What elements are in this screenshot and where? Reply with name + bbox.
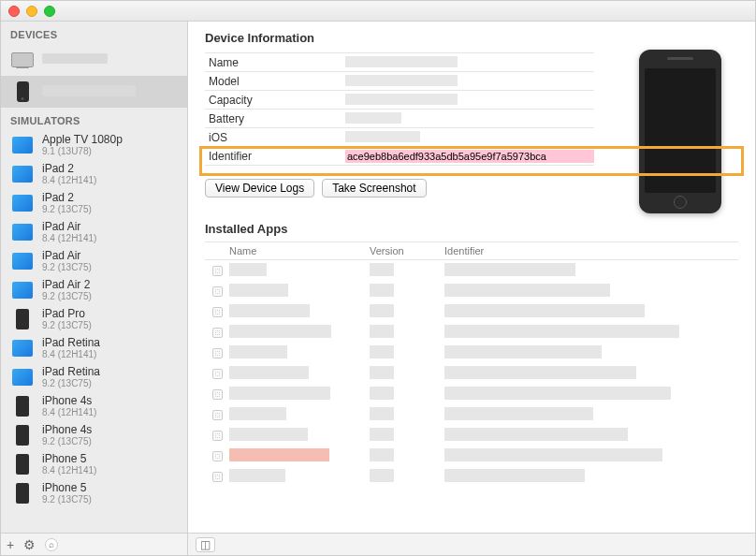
simulator-name: iPad 2: [42, 162, 178, 175]
app-row[interactable]: [205, 260, 738, 281]
app-row[interactable]: [205, 446, 738, 466]
apps-header-identifier[interactable]: Identifier: [444, 245, 738, 256]
simulator-item[interactable]: iPhone 58.4 (12H141): [1, 449, 187, 478]
info-value-blurred: [345, 75, 458, 86]
app-icon-placeholder: [212, 451, 223, 461]
device-blue-icon: [12, 369, 33, 386]
app-identifier-blurred: [444, 263, 575, 276]
device-blue-icon: [12, 195, 33, 212]
sidebar: DEVICES SIMULATORS Apple TV 1080p9.1 (13…: [1, 22, 188, 555]
app-identifier-blurred: [444, 407, 593, 420]
info-label-ios: iOS: [205, 131, 345, 144]
device-item-mac[interactable]: [1, 44, 187, 76]
simulator-name: iPhone 4s: [42, 423, 178, 436]
simulator-name: Apple TV 1080p: [42, 133, 178, 146]
take-screenshot-button[interactable]: Take Screenshot: [322, 179, 426, 198]
info-value-blurred: [345, 56, 458, 67]
simulator-version: 9.1 (13U78): [42, 146, 178, 156]
window-close-button[interactable]: [8, 6, 20, 17]
app-identifier-blurred: [444, 284, 610, 297]
app-version-blurred: [370, 345, 394, 358]
simulator-item[interactable]: iPad Air8.4 (12H141): [1, 217, 187, 246]
simulator-name: iPhone 4s: [42, 394, 178, 407]
app-row[interactable]: [205, 281, 738, 301]
window-titlebar[interactable]: [1, 1, 755, 22]
apps-header-version[interactable]: Version: [370, 245, 444, 256]
device-blue-icon: [12, 253, 33, 270]
app-version-blurred: [370, 469, 394, 482]
simulator-name: iPad Air: [42, 220, 178, 233]
simulator-item[interactable]: iPad 28.4 (12H141): [1, 159, 187, 188]
main-footer: ◫: [188, 533, 755, 555]
app-name-blurred: [229, 387, 330, 400]
app-icon-placeholder: [212, 348, 223, 358]
settings-gear-icon[interactable]: ⚙: [23, 537, 36, 552]
app-row[interactable]: [205, 404, 738, 425]
simulator-version: 8.4 (12H141): [42, 407, 178, 417]
simulator-item[interactable]: iPhone 4s8.4 (12H141): [1, 391, 187, 420]
info-label-model: Model: [205, 75, 345, 88]
simulator-item[interactable]: iPad Retina8.4 (12H141): [1, 333, 187, 362]
app-version-blurred: [370, 366, 394, 379]
app-name-blurred: [229, 263, 267, 276]
app-row[interactable]: [205, 425, 738, 446]
app-identifier-blurred: [444, 448, 662, 461]
simulator-item[interactable]: iPad Pro9.2 (13C75): [1, 304, 187, 333]
app-icon-placeholder: [212, 389, 223, 400]
app-identifier-blurred: [444, 325, 679, 338]
app-version-blurred: [370, 428, 394, 441]
simulator-name: iPad Pro: [42, 307, 178, 320]
sidebar-section-devices: DEVICES: [1, 22, 187, 44]
app-name-blurred: [229, 428, 308, 441]
device-name-blurred: [42, 53, 108, 64]
app-name-blurred: [229, 304, 310, 317]
app-icon-placeholder: [212, 410, 223, 420]
simulator-item[interactable]: Apple TV 1080p9.1 (13U78): [1, 130, 187, 159]
console-toggle-icon[interactable]: ◫: [196, 537, 215, 552]
app-row[interactable]: [205, 322, 738, 343]
app-icon-placeholder: [212, 431, 223, 441]
simulator-item[interactable]: iPhone 4s9.2 (13C75): [1, 420, 187, 449]
device-blue-icon: [12, 137, 33, 154]
simulator-version: 8.4 (12H141): [42, 175, 178, 185]
simulator-item[interactable]: iPhone 59.2 (13C75): [1, 478, 187, 507]
window-minimize-button[interactable]: [26, 6, 37, 17]
simulator-version: 9.2 (13C75): [42, 378, 178, 388]
simulator-name: iPad Retina: [42, 365, 178, 378]
app-row[interactable]: [205, 363, 738, 384]
simulator-item[interactable]: iPad Retina9.2 (13C75): [1, 362, 187, 391]
device-black-icon: [16, 309, 29, 329]
info-value-identifier[interactable]: ace9eb8ba6edf933a5db5a95e9f7a5973bca: [345, 150, 594, 163]
simulator-version: 8.4 (12H141): [42, 349, 178, 359]
app-row[interactable]: [205, 343, 738, 363]
app-version-blurred: [370, 407, 394, 420]
device-blue-icon: [12, 282, 33, 299]
info-label-identifier: Identifier: [205, 150, 345, 163]
app-icon-placeholder: [212, 286, 223, 297]
info-value-blurred: [345, 131, 420, 142]
simulator-item[interactable]: iPad Air 29.2 (13C75): [1, 275, 187, 304]
app-icon-placeholder: [212, 307, 223, 317]
add-button[interactable]: +: [7, 537, 14, 552]
simulator-version: 9.2 (13C75): [42, 262, 178, 272]
device-item-iphone[interactable]: [1, 76, 187, 108]
app-icon-placeholder: [212, 328, 223, 338]
app-row[interactable]: [205, 466, 738, 487]
app-row[interactable]: [205, 384, 738, 404]
app-row[interactable]: [205, 301, 738, 322]
simulator-item[interactable]: iPad 29.2 (13C75): [1, 188, 187, 217]
filter-icon[interactable]: ⌕: [45, 538, 58, 551]
device-black-icon: [16, 454, 29, 475]
window-zoom-button[interactable]: [44, 6, 55, 17]
device-info-title: Device Information: [205, 31, 738, 45]
simulator-version: 9.2 (13C75): [42, 204, 178, 214]
simulator-name: iPhone 5: [42, 481, 178, 494]
apps-header-name[interactable]: Name: [229, 245, 370, 256]
simulator-version: 9.2 (13C75): [42, 494, 178, 505]
view-device-logs-button[interactable]: View Device Logs: [205, 179, 314, 198]
iphone-icon: [17, 81, 29, 102]
xcode-devices-window: DEVICES SIMULATORS Apple TV 1080p9.1 (13…: [0, 0, 756, 556]
simulator-name: iPad Air 2: [42, 278, 178, 291]
app-version-blurred: [370, 448, 394, 461]
simulator-item[interactable]: iPad Air9.2 (13C75): [1, 246, 187, 275]
